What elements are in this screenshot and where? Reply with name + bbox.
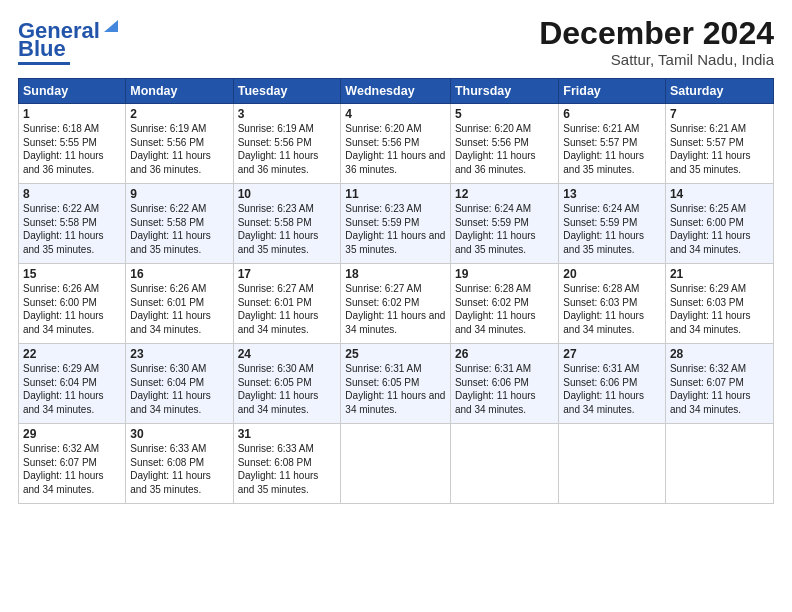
calendar-cell: 4Sunrise: 6:20 AM Sunset: 5:56 PM Daylig…	[341, 104, 451, 184]
day-number: 14	[670, 187, 769, 201]
day-number: 6	[563, 107, 661, 121]
col-saturday: Saturday	[665, 79, 773, 104]
calendar-cell: 17Sunrise: 6:27 AM Sunset: 6:01 PM Dayli…	[233, 264, 341, 344]
calendar-cell: 29Sunrise: 6:32 AM Sunset: 6:07 PM Dayli…	[19, 424, 126, 504]
col-tuesday: Tuesday	[233, 79, 341, 104]
cell-info: Sunrise: 6:21 AM Sunset: 5:57 PM Dayligh…	[563, 122, 661, 176]
day-number: 16	[130, 267, 228, 281]
col-monday: Monday	[126, 79, 233, 104]
day-number: 23	[130, 347, 228, 361]
calendar-week-1: 1Sunrise: 6:18 AM Sunset: 5:55 PM Daylig…	[19, 104, 774, 184]
calendar-cell: 26Sunrise: 6:31 AM Sunset: 6:06 PM Dayli…	[450, 344, 558, 424]
cell-info: Sunrise: 6:20 AM Sunset: 5:56 PM Dayligh…	[345, 122, 446, 176]
day-number: 19	[455, 267, 554, 281]
calendar-cell: 28Sunrise: 6:32 AM Sunset: 6:07 PM Dayli…	[665, 344, 773, 424]
cell-info: Sunrise: 6:20 AM Sunset: 5:56 PM Dayligh…	[455, 122, 554, 176]
day-number: 30	[130, 427, 228, 441]
calendar-cell: 9Sunrise: 6:22 AM Sunset: 5:58 PM Daylig…	[126, 184, 233, 264]
day-number: 27	[563, 347, 661, 361]
day-number: 25	[345, 347, 446, 361]
calendar: Sunday Monday Tuesday Wednesday Thursday…	[18, 78, 774, 504]
cell-info: Sunrise: 6:23 AM Sunset: 5:58 PM Dayligh…	[238, 202, 337, 256]
col-sunday: Sunday	[19, 79, 126, 104]
cell-info: Sunrise: 6:18 AM Sunset: 5:55 PM Dayligh…	[23, 122, 121, 176]
svg-marker-0	[104, 20, 118, 32]
calendar-week-5: 29Sunrise: 6:32 AM Sunset: 6:07 PM Dayli…	[19, 424, 774, 504]
cell-info: Sunrise: 6:33 AM Sunset: 6:08 PM Dayligh…	[238, 442, 337, 496]
cell-info: Sunrise: 6:32 AM Sunset: 6:07 PM Dayligh…	[670, 362, 769, 416]
cell-info: Sunrise: 6:25 AM Sunset: 6:00 PM Dayligh…	[670, 202, 769, 256]
logo-icon	[102, 16, 120, 34]
day-number: 2	[130, 107, 228, 121]
calendar-cell: 5Sunrise: 6:20 AM Sunset: 5:56 PM Daylig…	[450, 104, 558, 184]
cell-info: Sunrise: 6:27 AM Sunset: 6:02 PM Dayligh…	[345, 282, 446, 336]
cell-info: Sunrise: 6:24 AM Sunset: 5:59 PM Dayligh…	[455, 202, 554, 256]
cell-info: Sunrise: 6:19 AM Sunset: 5:56 PM Dayligh…	[238, 122, 337, 176]
day-number: 15	[23, 267, 121, 281]
calendar-cell	[341, 424, 451, 504]
calendar-cell: 6Sunrise: 6:21 AM Sunset: 5:57 PM Daylig…	[559, 104, 666, 184]
day-number: 29	[23, 427, 121, 441]
calendar-cell: 30Sunrise: 6:33 AM Sunset: 6:08 PM Dayli…	[126, 424, 233, 504]
calendar-cell: 7Sunrise: 6:21 AM Sunset: 5:57 PM Daylig…	[665, 104, 773, 184]
calendar-cell: 23Sunrise: 6:30 AM Sunset: 6:04 PM Dayli…	[126, 344, 233, 424]
main-title: December 2024	[539, 16, 774, 51]
cell-info: Sunrise: 6:22 AM Sunset: 5:58 PM Dayligh…	[130, 202, 228, 256]
col-friday: Friday	[559, 79, 666, 104]
day-number: 17	[238, 267, 337, 281]
calendar-cell: 24Sunrise: 6:30 AM Sunset: 6:05 PM Dayli…	[233, 344, 341, 424]
calendar-cell: 1Sunrise: 6:18 AM Sunset: 5:55 PM Daylig…	[19, 104, 126, 184]
day-number: 21	[670, 267, 769, 281]
cell-info: Sunrise: 6:30 AM Sunset: 6:04 PM Dayligh…	[130, 362, 228, 416]
cell-info: Sunrise: 6:21 AM Sunset: 5:57 PM Dayligh…	[670, 122, 769, 176]
calendar-cell: 10Sunrise: 6:23 AM Sunset: 5:58 PM Dayli…	[233, 184, 341, 264]
day-number: 22	[23, 347, 121, 361]
calendar-cell: 16Sunrise: 6:26 AM Sunset: 6:01 PM Dayli…	[126, 264, 233, 344]
logo: General Blue	[18, 16, 120, 65]
calendar-cell: 20Sunrise: 6:28 AM Sunset: 6:03 PM Dayli…	[559, 264, 666, 344]
day-number: 20	[563, 267, 661, 281]
calendar-header-row: Sunday Monday Tuesday Wednesday Thursday…	[19, 79, 774, 104]
day-number: 31	[238, 427, 337, 441]
col-wednesday: Wednesday	[341, 79, 451, 104]
calendar-week-2: 8Sunrise: 6:22 AM Sunset: 5:58 PM Daylig…	[19, 184, 774, 264]
logo-underline	[18, 62, 70, 65]
calendar-cell	[559, 424, 666, 504]
cell-info: Sunrise: 6:19 AM Sunset: 5:56 PM Dayligh…	[130, 122, 228, 176]
calendar-week-3: 15Sunrise: 6:26 AM Sunset: 6:00 PM Dayli…	[19, 264, 774, 344]
day-number: 8	[23, 187, 121, 201]
day-number: 12	[455, 187, 554, 201]
calendar-week-4: 22Sunrise: 6:29 AM Sunset: 6:04 PM Dayli…	[19, 344, 774, 424]
cell-info: Sunrise: 6:24 AM Sunset: 5:59 PM Dayligh…	[563, 202, 661, 256]
calendar-cell: 25Sunrise: 6:31 AM Sunset: 6:05 PM Dayli…	[341, 344, 451, 424]
calendar-cell	[665, 424, 773, 504]
calendar-cell: 2Sunrise: 6:19 AM Sunset: 5:56 PM Daylig…	[126, 104, 233, 184]
calendar-cell: 18Sunrise: 6:27 AM Sunset: 6:02 PM Dayli…	[341, 264, 451, 344]
cell-info: Sunrise: 6:31 AM Sunset: 6:06 PM Dayligh…	[563, 362, 661, 416]
day-number: 4	[345, 107, 446, 121]
cell-info: Sunrise: 6:33 AM Sunset: 6:08 PM Dayligh…	[130, 442, 228, 496]
cell-info: Sunrise: 6:30 AM Sunset: 6:05 PM Dayligh…	[238, 362, 337, 416]
cell-info: Sunrise: 6:31 AM Sunset: 6:05 PM Dayligh…	[345, 362, 446, 416]
calendar-cell: 15Sunrise: 6:26 AM Sunset: 6:00 PM Dayli…	[19, 264, 126, 344]
calendar-cell: 14Sunrise: 6:25 AM Sunset: 6:00 PM Dayli…	[665, 184, 773, 264]
col-thursday: Thursday	[450, 79, 558, 104]
day-number: 9	[130, 187, 228, 201]
calendar-cell: 13Sunrise: 6:24 AM Sunset: 5:59 PM Dayli…	[559, 184, 666, 264]
cell-info: Sunrise: 6:26 AM Sunset: 6:00 PM Dayligh…	[23, 282, 121, 336]
calendar-cell: 3Sunrise: 6:19 AM Sunset: 5:56 PM Daylig…	[233, 104, 341, 184]
calendar-cell: 22Sunrise: 6:29 AM Sunset: 6:04 PM Dayli…	[19, 344, 126, 424]
header: General Blue December 2024 Sattur, Tamil…	[18, 16, 774, 68]
calendar-cell: 21Sunrise: 6:29 AM Sunset: 6:03 PM Dayli…	[665, 264, 773, 344]
day-number: 7	[670, 107, 769, 121]
calendar-cell: 27Sunrise: 6:31 AM Sunset: 6:06 PM Dayli…	[559, 344, 666, 424]
cell-info: Sunrise: 6:28 AM Sunset: 6:03 PM Dayligh…	[563, 282, 661, 336]
day-number: 5	[455, 107, 554, 121]
calendar-cell: 11Sunrise: 6:23 AM Sunset: 5:59 PM Dayli…	[341, 184, 451, 264]
cell-info: Sunrise: 6:22 AM Sunset: 5:58 PM Dayligh…	[23, 202, 121, 256]
calendar-cell: 19Sunrise: 6:28 AM Sunset: 6:02 PM Dayli…	[450, 264, 558, 344]
title-block: December 2024 Sattur, Tamil Nadu, India	[539, 16, 774, 68]
day-number: 10	[238, 187, 337, 201]
day-number: 1	[23, 107, 121, 121]
cell-info: Sunrise: 6:32 AM Sunset: 6:07 PM Dayligh…	[23, 442, 121, 496]
